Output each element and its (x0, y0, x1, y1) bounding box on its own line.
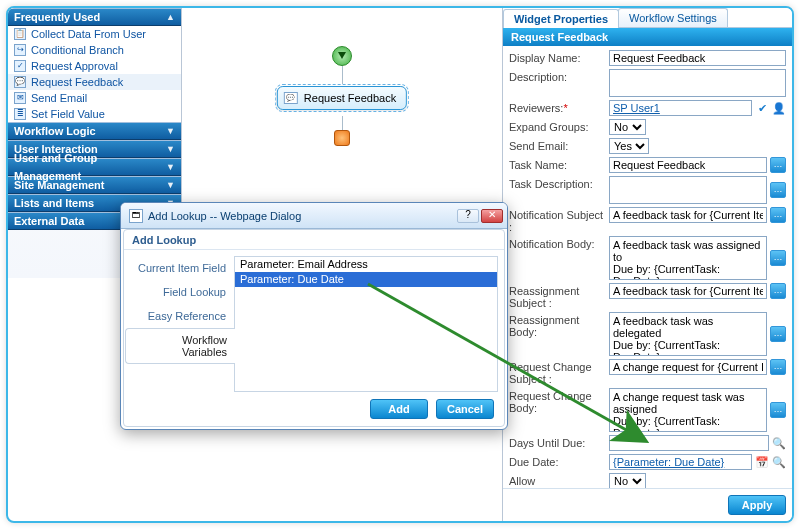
dialog-title: Add Lookup -- Webpage Dialog (148, 210, 455, 222)
tab-widget-properties[interactable]: Widget Properties (503, 9, 619, 28)
label-task-name: Task Name: (509, 157, 609, 171)
section-workflow-logic[interactable]: Workflow Logic▼ (8, 122, 181, 140)
lookup-icon[interactable]: … (770, 402, 786, 418)
label-allow-reassignment: Allow Reassignment: (509, 473, 609, 488)
properties-section-title: Request Feedback (503, 28, 792, 46)
label-notification-body: Notification Body: (509, 236, 609, 250)
page-icon: 🗔 (129, 209, 143, 223)
connector (342, 66, 343, 84)
section-label: Workflow Logic (14, 122, 96, 140)
help-button[interactable]: ? (457, 209, 479, 223)
dialog-tab-field-lookup[interactable]: Field Lookup (124, 280, 234, 304)
label-due-date: Due Date: (509, 454, 609, 468)
add-lookup-dialog: 🗔 Add Lookup -- Webpage Dialog ? ✕ Add L… (120, 202, 508, 430)
toolbox-item-collect-data[interactable]: 📋Collect Data From User (8, 26, 181, 42)
frequently-used-items: 📋Collect Data From User ↪Conditional Bra… (8, 26, 181, 122)
dialog-variable-list[interactable]: Parameter: Email Address Parameter: Due … (234, 256, 498, 392)
chevron-down-icon: ▼ (166, 158, 175, 176)
request-change-body-input[interactable]: A change request task was assigned Due b… (609, 388, 767, 432)
label-reviewers: Reviewers:* (509, 100, 609, 114)
search-icon[interactable]: 🔍 (772, 455, 786, 469)
toolbox-item-request-approval[interactable]: ✓Request Approval (8, 58, 181, 74)
notification-subject-input[interactable] (609, 207, 767, 223)
field-icon: ≣ (14, 108, 26, 120)
dialog-header: Add Lookup (124, 230, 504, 250)
list-item[interactable]: Parameter: Due Date (235, 272, 497, 287)
apply-button[interactable]: Apply (728, 495, 786, 515)
section-label: Frequently Used (14, 8, 100, 26)
request-change-subject-input[interactable] (609, 359, 767, 375)
branch-icon: ↪ (14, 44, 26, 56)
toolbox-item-send-email[interactable]: ✉Send Email (8, 90, 181, 106)
dialog-tab-easy-reference[interactable]: Easy Reference (124, 304, 234, 328)
connector (342, 116, 343, 130)
label-request-change-body: Request Change Body: (509, 388, 609, 414)
expand-groups-select[interactable]: No (609, 119, 646, 135)
section-user-group-mgmt[interactable]: User and Group Management▼ (8, 158, 181, 176)
search-icon[interactable]: 🔍 (772, 436, 786, 450)
cancel-button[interactable]: Cancel (436, 399, 494, 419)
description-input[interactable] (609, 69, 786, 97)
people-picker-icon[interactable]: 👤 (772, 101, 786, 115)
form-icon: 📋 (14, 28, 26, 40)
list-item[interactable]: Parameter: Email Address (235, 257, 497, 272)
lookup-icon[interactable]: … (770, 157, 786, 173)
close-button[interactable]: ✕ (481, 209, 503, 223)
label-description: Description: (509, 69, 609, 83)
label-reassignment-subject: Reassignment Subject : (509, 283, 609, 309)
lookup-icon[interactable]: … (770, 182, 786, 198)
toolbox-item-conditional-branch[interactable]: ↪Conditional Branch (8, 42, 181, 58)
feedback-icon: 💬 (284, 92, 298, 104)
item-label: Request Approval (31, 58, 118, 74)
check-name-icon[interactable]: ✔ (755, 101, 769, 115)
workflow-node-request-feedback[interactable]: 💬 Request Feedback (277, 86, 407, 110)
add-button[interactable]: Add (370, 399, 428, 419)
start-node[interactable] (332, 46, 352, 66)
due-date-input[interactable]: {Parameter: Due Date} (609, 454, 752, 470)
lookup-icon[interactable]: … (770, 326, 786, 342)
dialog-side-tabs: Current Item Field Field Lookup Easy Ref… (124, 250, 234, 392)
item-label: Request Feedback (31, 74, 123, 90)
lookup-icon[interactable]: … (770, 283, 786, 299)
notification-body-input[interactable]: A feedback task was assigned to Due by: … (609, 236, 767, 280)
lookup-icon[interactable]: … (770, 250, 786, 266)
section-label: Site Management (14, 176, 104, 194)
label-notification-subject: Notification Subject : (509, 207, 609, 233)
reviewers-input[interactable] (609, 100, 752, 116)
section-frequently-used[interactable]: Frequently Used ▲ (8, 8, 181, 26)
task-name-input[interactable] (609, 157, 767, 173)
properties-tabs: Widget Properties Workflow Settings (503, 8, 792, 28)
allow-reassignment-select[interactable]: No (609, 473, 646, 488)
task-description-input[interactable] (609, 176, 767, 204)
feedback-icon: 💬 (14, 76, 26, 88)
dialog-titlebar[interactable]: 🗔 Add Lookup -- Webpage Dialog ? ✕ (121, 203, 507, 229)
toolbox-item-set-field-value[interactable]: ≣Set Field Value (8, 106, 181, 122)
send-email-select[interactable]: Yes (609, 138, 649, 154)
tab-workflow-settings[interactable]: Workflow Settings (618, 8, 728, 27)
lookup-icon[interactable]: … (770, 359, 786, 375)
display-name-input[interactable] (609, 50, 786, 66)
chevron-down-icon: ▼ (166, 122, 175, 140)
label-request-change-subject: Request Change Subject : (509, 359, 609, 385)
label-reassignment-body: Reassignment Body: (509, 312, 609, 338)
toolbox-item-request-feedback[interactable]: 💬Request Feedback (8, 74, 181, 90)
item-label: Send Email (31, 90, 87, 106)
label-task-description: Task Description: (509, 176, 609, 190)
chevron-down-icon: ▼ (166, 176, 175, 194)
label-days-until-due: Days Until Due: (509, 435, 609, 449)
item-label: Collect Data From User (31, 26, 146, 42)
reassignment-body-input[interactable]: A feedback task was delegated Due by: {C… (609, 312, 767, 356)
dialog-tab-workflow-variables[interactable]: Workflow Variables (125, 328, 235, 364)
dialog-tab-current-item-field[interactable]: Current Item Field (124, 256, 234, 280)
reassignment-subject-input[interactable] (609, 283, 767, 299)
label-expand-groups: Expand Groups: (509, 119, 609, 133)
lookup-icon[interactable]: … (770, 207, 786, 223)
section-label: Lists and Items (14, 194, 94, 212)
mail-icon: ✉ (14, 92, 26, 104)
calendar-icon[interactable]: 📅 (755, 455, 769, 469)
chevron-up-icon: ▲ (166, 8, 175, 26)
approval-icon: ✓ (14, 60, 26, 72)
chevron-down-icon: ▼ (166, 140, 175, 158)
end-node[interactable] (334, 130, 350, 146)
days-until-due-input[interactable] (609, 435, 769, 451)
